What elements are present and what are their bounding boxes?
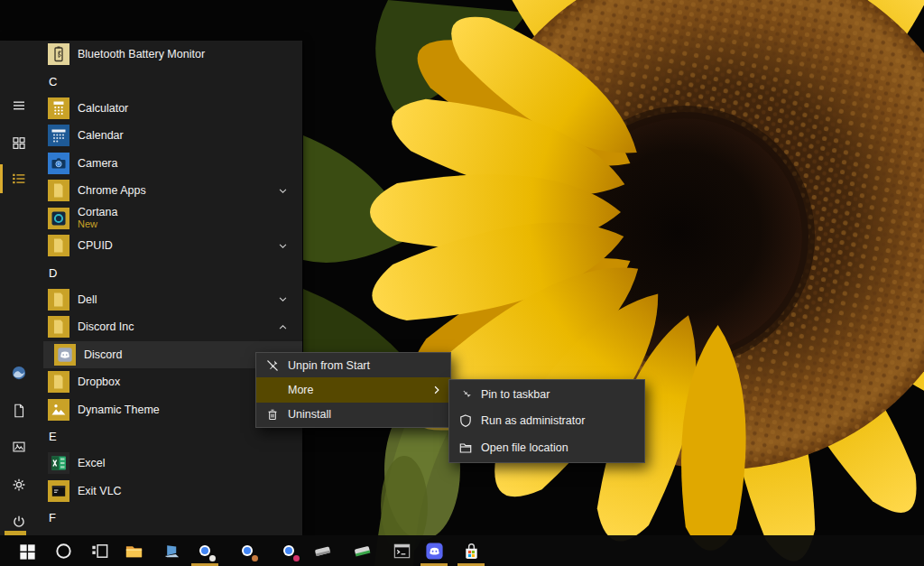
- rail-pictures-button[interactable]: [0, 429, 43, 465]
- taskbar-cortana-button[interactable]: [46, 535, 80, 566]
- section-letter: E: [49, 430, 57, 443]
- app-label: Calendar: [78, 129, 124, 142]
- exitvlc-tile-icon: [48, 480, 69, 502]
- app-section-header[interactable]: C: [43, 69, 302, 95]
- folder-tile-icon: [48, 235, 69, 256]
- trash-icon: [265, 407, 280, 422]
- rail-user-button[interactable]: [0, 355, 43, 391]
- rail-documents-button[interactable]: [0, 393, 43, 429]
- more-submenu: Pin to taskbarRun as administratorOpen f…: [448, 379, 645, 463]
- desktop[interactable]: { "colors":{"accent_gold":"#c9a227","men…: [0, 0, 924, 566]
- chevron-up-icon: [278, 322, 288, 332]
- app-context-menu: Unpin from StartMoreUninstall: [255, 352, 451, 428]
- app-item-excel[interactable]: Excel: [43, 450, 302, 478]
- cmd-icon: [392, 541, 412, 561]
- bbm-tile-icon: [48, 43, 69, 65]
- chrome-icon: [237, 541, 257, 561]
- app-label: Discord Inc: [78, 320, 134, 333]
- section-letter: F: [49, 511, 56, 524]
- store-icon: [461, 541, 482, 561]
- menu-item-run-as-administrator[interactable]: Run as administrator: [449, 408, 644, 435]
- taskbar-command-prompt-button[interactable]: [384, 535, 419, 566]
- avatar-icon: [11, 365, 27, 381]
- taskbar-chrome-profile-3-button[interactable]: [272, 535, 306, 566]
- app-item-calculator[interactable]: Calculator: [43, 95, 302, 123]
- app-section-header[interactable]: D: [43, 260, 302, 286]
- app-label: CPUID: [78, 239, 113, 252]
- app-item-cortana[interactable]: CortanaNew: [43, 205, 302, 233]
- taskbar: [0, 535, 924, 566]
- explorer-icon: [124, 541, 144, 561]
- taskbar-microsoft-store-button[interactable]: [454, 535, 488, 566]
- start-menu-rail: [0, 41, 43, 535]
- calculator-tile-icon: [48, 97, 69, 119]
- app-label: Bluetooth Battery Monitor: [78, 48, 205, 60]
- rail-all-apps-button[interactable]: [0, 161, 43, 197]
- power-icon: [11, 514, 27, 530]
- chrome-icon: [195, 541, 215, 561]
- taskbar-start-button[interactable]: [10, 535, 44, 566]
- rail-pinned-tiles-button[interactable]: [0, 125, 43, 161]
- app-label: Camera: [78, 157, 117, 170]
- menu-item-label: Run as administrator: [481, 414, 585, 427]
- discord-app-icon: [424, 541, 445, 561]
- excel-tile-icon: [48, 452, 69, 474]
- taskbar-external-drive-1-button[interactable]: [305, 535, 339, 566]
- app-item-exit-vlc[interactable]: Exit VLC: [43, 478, 302, 506]
- taskview-icon: [89, 541, 110, 561]
- menu-item-unpin-from-start[interactable]: Unpin from Start: [256, 353, 450, 377]
- drive-icon: [312, 541, 333, 561]
- taskbar-chrome-profile-1-button[interactable]: [188, 535, 222, 566]
- app-item-dell[interactable]: Dell: [43, 286, 302, 314]
- chrome-profile-badge: [291, 553, 301, 563]
- gear-icon: [11, 477, 27, 493]
- section-letter: C: [49, 75, 57, 88]
- menu-item-pin-to-taskbar[interactable]: Pin to taskbar: [449, 381, 644, 408]
- section-letter: D: [49, 266, 57, 280]
- app-label: Dynamic Theme: [78, 404, 160, 416]
- taskbar-laptop-app-button[interactable]: [153, 535, 188, 566]
- folder-tile-icon: [48, 180, 69, 201]
- app-label: Calculator: [78, 102, 128, 115]
- circle-icon: [53, 541, 74, 561]
- menu-item-label: More: [288, 384, 313, 396]
- app-item-cpuid[interactable]: CPUID: [43, 232, 302, 260]
- rail-settings-button[interactable]: [0, 467, 43, 503]
- app-label: Discord: [84, 348, 122, 361]
- app-item-bluetooth-battery-monitor[interactable]: Bluetooth Battery Monitor: [43, 41, 302, 69]
- winflag-icon: [17, 541, 38, 561]
- menu-item-uninstall[interactable]: Uninstall: [256, 403, 450, 427]
- calendar-tile-icon: [48, 125, 69, 146]
- document-icon: [11, 403, 27, 419]
- folder-tile-icon: [48, 371, 69, 393]
- discord-tile-icon: [54, 344, 76, 366]
- chrome-icon: [279, 541, 299, 561]
- app-item-chrome-apps[interactable]: Chrome Apps: [43, 177, 302, 205]
- folder-tile-icon: [48, 289, 69, 311]
- taskbar-discord-button[interactable]: [417, 535, 451, 566]
- unpin-icon: [265, 358, 280, 373]
- chevron-right-icon: [431, 385, 442, 395]
- chevron-down-icon: [278, 186, 288, 196]
- app-section-header[interactable]: F: [43, 505, 302, 531]
- menu-item-more[interactable]: More: [256, 377, 450, 402]
- camera-tile-icon: [48, 153, 69, 174]
- app-item-camera[interactable]: Camera: [43, 150, 302, 178]
- taskbar-file-explorer-button[interactable]: [116, 535, 151, 566]
- grid-icon: [11, 135, 27, 151]
- menu-item-open-file-location[interactable]: Open file location: [449, 434, 644, 461]
- app-item-discord-inc[interactable]: Discord Inc: [43, 313, 302, 341]
- drive-green-icon: [352, 541, 373, 561]
- pin-icon: [458, 387, 473, 402]
- shield-icon: [458, 413, 473, 428]
- taskbar-task-view-button[interactable]: [82, 535, 116, 566]
- taskbar-chrome-profile-2-button[interactable]: [230, 535, 264, 566]
- cortana-tile-icon: [48, 208, 69, 229]
- app-label: Cortana: [78, 207, 117, 218]
- app-label: Dropbox: [78, 376, 120, 388]
- rail-expand-button[interactable]: [0, 88, 43, 124]
- folder-open-icon: [458, 441, 473, 455]
- app-item-calendar[interactable]: Calendar: [43, 122, 302, 150]
- chevron-down-icon: [278, 241, 288, 251]
- taskbar-external-drive-2-button[interactable]: [345, 535, 379, 566]
